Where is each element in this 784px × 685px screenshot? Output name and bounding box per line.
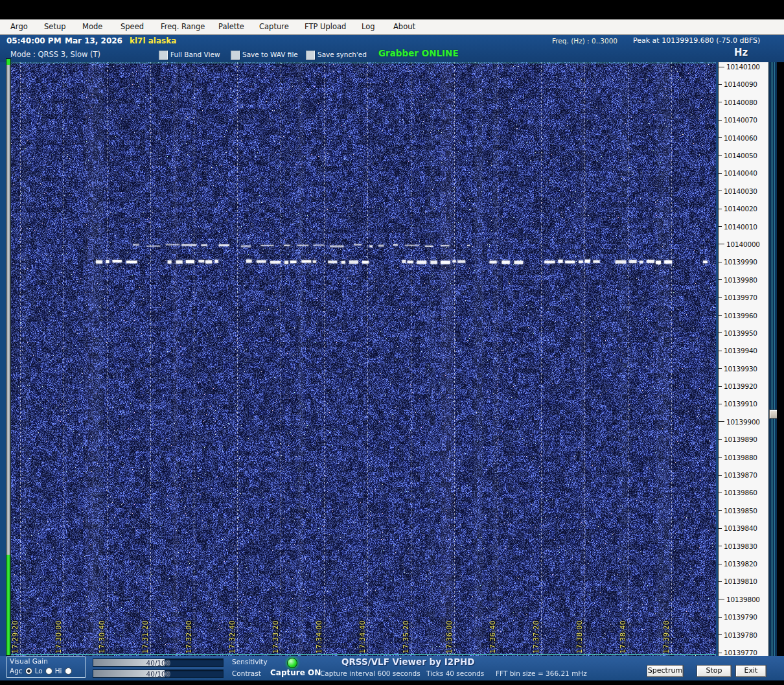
time-tick-label: 17:32:00 xyxy=(185,620,192,653)
freq-scale-label: 10140100 xyxy=(726,63,760,71)
freq-tick-mark xyxy=(719,173,722,174)
freq-tick-mark xyxy=(719,137,722,138)
visual-gain-option-label-agc: Agc xyxy=(10,667,23,675)
radio-hi[interactable] xyxy=(65,668,72,675)
menu-item-log[interactable]: Log xyxy=(362,22,375,31)
station-callsign: kl7l alaska xyxy=(130,36,176,45)
freq-scale-row: 10139940 xyxy=(719,347,757,354)
freq-scale-row: 10139960 xyxy=(719,312,757,319)
checkbox-save-synch-ed[interactable] xyxy=(306,51,315,60)
time-tick-label: 17:31:20 xyxy=(141,620,149,653)
time-tick-label: 17:36:40 xyxy=(489,620,496,653)
freq-tick-mark xyxy=(719,244,724,244)
freq-tick-mark xyxy=(719,475,722,476)
freq-scale-row: 10139980 xyxy=(719,276,757,284)
freq-scale-row: 10140020 xyxy=(719,205,757,213)
menu-item-argo[interactable]: Argo xyxy=(10,22,28,31)
freq-scale-label: 10139840 xyxy=(724,524,757,532)
menu-item-setup[interactable]: Setup xyxy=(44,22,65,31)
radio-agc[interactable] xyxy=(25,668,32,675)
waterfall-spectrogram[interactable] xyxy=(10,62,716,656)
scrollbar-track-line xyxy=(772,62,772,656)
ticks-info: Ticks 40 seconds xyxy=(426,669,484,677)
sensitivity-value: 40/100 xyxy=(93,659,223,667)
menu-item-freq-range[interactable]: Freq. Range xyxy=(161,22,205,31)
checkbox-full-band-view[interactable] xyxy=(159,51,168,60)
freq-tick-mark xyxy=(719,262,722,262)
freq-scale-row: 10140100 xyxy=(719,63,760,71)
checkbox-label-save-synch-ed: Save synch'ed xyxy=(317,51,367,58)
radio-lo[interactable] xyxy=(45,668,52,675)
freq-tick-mark xyxy=(719,279,722,280)
freq-scale-label: 10139790 xyxy=(724,613,757,621)
freq-scale-row: 10139930 xyxy=(719,365,757,373)
freq-scale-row: 10139880 xyxy=(719,454,757,461)
freq-scale-row: 10140010 xyxy=(719,223,757,231)
time-tick-label: 17:38:00 xyxy=(575,620,583,653)
window-bottom-strip xyxy=(0,680,784,685)
visual-gain-group: Visual Gain AgcLoHi xyxy=(6,656,86,678)
visual-gain-option-label-hi: Hi xyxy=(55,667,62,675)
freq-scale-label: 10139920 xyxy=(724,382,757,390)
visual-gain-title: Visual Gain xyxy=(10,657,48,665)
freq-tick-mark xyxy=(719,351,722,351)
freq-scale-label: 10139960 xyxy=(724,312,757,319)
spectrum-button[interactable]: Spectrum xyxy=(647,665,684,677)
time-tick-label: 17:34:40 xyxy=(358,620,366,653)
progress-fill xyxy=(6,555,10,655)
freq-scale-row: 10140030 xyxy=(719,187,757,195)
freq-scale-label: 10140010 xyxy=(724,223,757,231)
freq-tick-mark xyxy=(719,368,722,369)
freq-scale-row: 10139900 xyxy=(719,418,760,426)
freq-scale-label: 10140090 xyxy=(724,80,757,88)
menu-item-mode[interactable]: Mode xyxy=(82,22,102,31)
sensitivity-slider[interactable]: 40/100 xyxy=(93,658,224,667)
freq-scale-label: 10139860 xyxy=(724,489,757,496)
time-tick-label: 17:30:40 xyxy=(98,620,106,653)
menu-item-about[interactable]: About xyxy=(393,22,415,31)
control-bar: Visual Gain AgcLoHi 40/100 40/100 Sensit… xyxy=(0,656,784,680)
frequency-scrollbar[interactable] xyxy=(768,62,777,656)
contrast-slider[interactable]: 40/100 xyxy=(93,669,224,678)
menu-item-ftp-upload[interactable]: FTP Upload xyxy=(305,22,346,31)
freq-scale-label: 10140020 xyxy=(724,205,757,213)
checkbox-save-to-wav-file[interactable] xyxy=(231,51,240,60)
freq-tick-mark xyxy=(719,546,722,546)
menu-item-palette[interactable]: Palette xyxy=(218,22,244,31)
freq-scale-label: 10139950 xyxy=(724,329,757,337)
menu-item-capture[interactable]: Capture xyxy=(259,22,289,31)
freq-tick-mark xyxy=(719,332,722,333)
freq-scale-label: 10139830 xyxy=(724,542,757,550)
freq-scale-label: 10139870 xyxy=(724,471,757,479)
menu-item-speed[interactable]: Speed xyxy=(121,22,144,31)
freq-tick-mark xyxy=(719,102,722,102)
freq-scale-row: 10139920 xyxy=(719,382,757,390)
app-title: QRSS/VLF Viewer by I2PHD xyxy=(341,656,475,667)
freq-scale-row: 10139820 xyxy=(719,560,757,568)
freq-tick-mark xyxy=(719,457,722,458)
freq-scale-label: 10139810 xyxy=(724,577,757,585)
time-tick-label: 17:36:00 xyxy=(445,620,453,653)
freq-scale-row: 10139790 xyxy=(719,613,757,621)
freq-scale-label: 10139900 xyxy=(726,418,760,426)
checkbox-label-full-band-view: Full Band View xyxy=(170,51,220,58)
freq-scale-label: 10139930 xyxy=(724,365,757,373)
freq-scale-row: 10139870 xyxy=(719,471,757,479)
freq-scale-row: 10139800 xyxy=(719,596,760,603)
time-tick-label: 17:39:20 xyxy=(662,620,670,653)
freq-tick-mark xyxy=(719,404,722,404)
freq-tick-mark xyxy=(719,528,722,529)
freq-tick-mark xyxy=(719,653,722,653)
exit-button[interactable]: Exit xyxy=(735,665,767,677)
freq-tick-mark xyxy=(719,155,722,156)
freq-scale-label: 10140050 xyxy=(724,152,757,159)
header-bar: 05:40:00 PM Mar 13, 2026 kl7l alaska Fre… xyxy=(0,35,784,62)
freq-scale-row: 10140050 xyxy=(719,152,757,159)
stop-button[interactable]: Stop xyxy=(697,665,732,677)
freq-scale-row: 10139850 xyxy=(719,507,757,515)
grabber-status: Grabber ONLINE xyxy=(378,48,459,58)
contrast-value: 40/100 xyxy=(93,670,223,678)
freq-scale-label: 10140040 xyxy=(724,169,757,177)
freq-scale-label: 10139980 xyxy=(724,276,757,284)
freq-tick-mark xyxy=(719,493,722,493)
